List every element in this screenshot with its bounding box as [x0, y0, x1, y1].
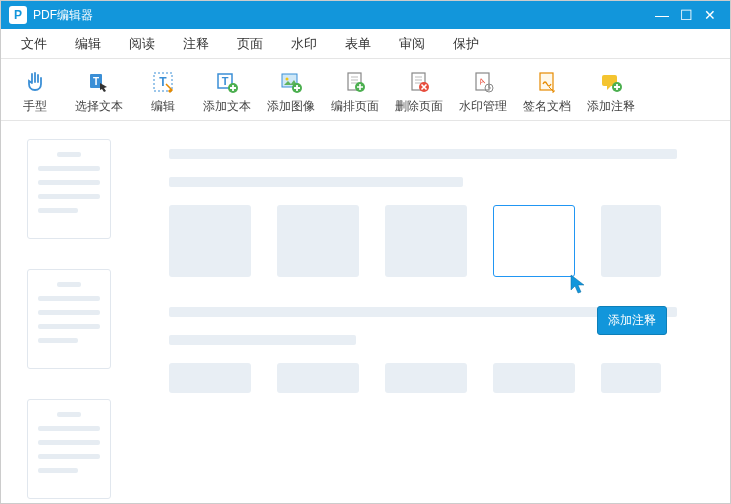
sign-icon: [533, 68, 561, 96]
svg-text:T: T: [159, 75, 167, 89]
title-bar: P PDF编辑器 — ☐ ✕: [1, 1, 730, 29]
tool-add-text-label: 添加文本: [203, 98, 251, 115]
placeholder-block: [385, 363, 467, 393]
placeholder-block: [277, 363, 359, 393]
menu-bar: 文件 编辑 阅读 注释 页面 水印 表单 审阅 保护: [1, 29, 730, 59]
tool-arrange-page[interactable]: 编排页面: [329, 68, 381, 115]
menu-watermark[interactable]: 水印: [281, 31, 327, 57]
thumb-line: [38, 310, 100, 315]
tool-add-text[interactable]: T 添加文本: [201, 68, 253, 115]
tool-edit-label: 编辑: [151, 98, 175, 115]
tool-delete-page-label: 删除页面: [395, 98, 443, 115]
toolbar: 手型 T 选择文本 T 编辑 T 添加文本 添加图像 编排页面 删除页面 A 水…: [1, 59, 730, 121]
tooltip-add-annotation: 添加注释: [597, 306, 667, 335]
placeholder-line: [169, 335, 356, 345]
menu-read[interactable]: 阅读: [119, 31, 165, 57]
thumb-line: [38, 324, 100, 329]
placeholder-line: [169, 177, 463, 187]
minimize-button[interactable]: —: [650, 7, 674, 23]
thumbnail-panel: [1, 121, 141, 503]
thumb-line: [57, 412, 82, 417]
thumb-line: [57, 282, 82, 287]
menu-page[interactable]: 页面: [227, 31, 273, 57]
placeholder-block: [169, 363, 251, 393]
menu-review[interactable]: 审阅: [389, 31, 435, 57]
tool-delete-page[interactable]: 删除页面: [393, 68, 445, 115]
select-text-icon: T: [85, 68, 113, 96]
arrange-page-icon: [341, 68, 369, 96]
menu-form[interactable]: 表单: [335, 31, 381, 57]
tool-watermark[interactable]: A 水印管理: [457, 68, 509, 115]
placeholder-block: [601, 363, 661, 393]
tool-select-text-label: 选择文本: [75, 98, 123, 115]
selected-block[interactable]: [493, 205, 575, 277]
placeholder-block: [169, 205, 251, 277]
app-logo: P: [9, 6, 27, 24]
tool-add-image[interactable]: 添加图像: [265, 68, 317, 115]
thumbnail-3[interactable]: [27, 399, 111, 499]
delete-page-icon: [405, 68, 433, 96]
tool-arrange-page-label: 编排页面: [331, 98, 379, 115]
edit-icon: T: [149, 68, 177, 96]
placeholder-row: [169, 205, 704, 277]
thumbnail-2[interactable]: [27, 269, 111, 369]
menu-edit[interactable]: 编辑: [65, 31, 111, 57]
thumb-line: [38, 426, 100, 431]
svg-text:T: T: [93, 76, 99, 87]
menu-file[interactable]: 文件: [11, 31, 57, 57]
placeholder-row: [169, 363, 704, 393]
tool-add-annotation-label: 添加注释: [587, 98, 635, 115]
thumb-line: [38, 454, 100, 459]
annotation-icon: [597, 68, 625, 96]
watermark-icon: A: [469, 68, 497, 96]
tool-sign[interactable]: 签名文档: [521, 68, 573, 115]
maximize-button[interactable]: ☐: [674, 7, 698, 23]
app-title: PDF编辑器: [33, 7, 650, 24]
tool-edit[interactable]: T 编辑: [137, 68, 189, 115]
thumb-line: [38, 208, 78, 213]
thumb-line: [57, 152, 82, 157]
cursor-icon: [570, 274, 588, 296]
svg-text:T: T: [222, 75, 229, 87]
hand-icon: [21, 68, 49, 96]
thumb-line: [38, 194, 100, 199]
tool-sign-label: 签名文档: [523, 98, 571, 115]
thumb-line: [38, 440, 100, 445]
placeholder-block: [601, 205, 661, 277]
app-window: P PDF编辑器 — ☐ ✕ 文件 编辑 阅读 注释 页面 水印 表单 审阅 保…: [0, 0, 731, 504]
menu-annotate[interactable]: 注释: [173, 31, 219, 57]
add-text-icon: T: [213, 68, 241, 96]
svg-rect-23: [540, 73, 553, 90]
thumb-line: [38, 468, 78, 473]
thumb-line: [38, 338, 78, 343]
tool-hand-label: 手型: [23, 98, 47, 115]
svg-point-8: [286, 78, 289, 81]
thumb-line: [38, 180, 100, 185]
tool-hand[interactable]: 手型: [9, 68, 61, 115]
placeholder-block: [493, 363, 575, 393]
thumb-line: [38, 296, 100, 301]
placeholder-block: [277, 205, 359, 277]
tool-select-text[interactable]: T 选择文本: [73, 68, 125, 115]
thumb-line: [38, 166, 100, 171]
menu-protect[interactable]: 保护: [443, 31, 489, 57]
tool-add-image-label: 添加图像: [267, 98, 315, 115]
placeholder-line: [169, 149, 677, 159]
tool-watermark-label: 水印管理: [459, 98, 507, 115]
close-button[interactable]: ✕: [698, 7, 722, 23]
placeholder-block: [385, 205, 467, 277]
tool-add-annotation[interactable]: 添加注释: [585, 68, 637, 115]
add-image-icon: [277, 68, 305, 96]
thumbnail-1[interactable]: [27, 139, 111, 239]
